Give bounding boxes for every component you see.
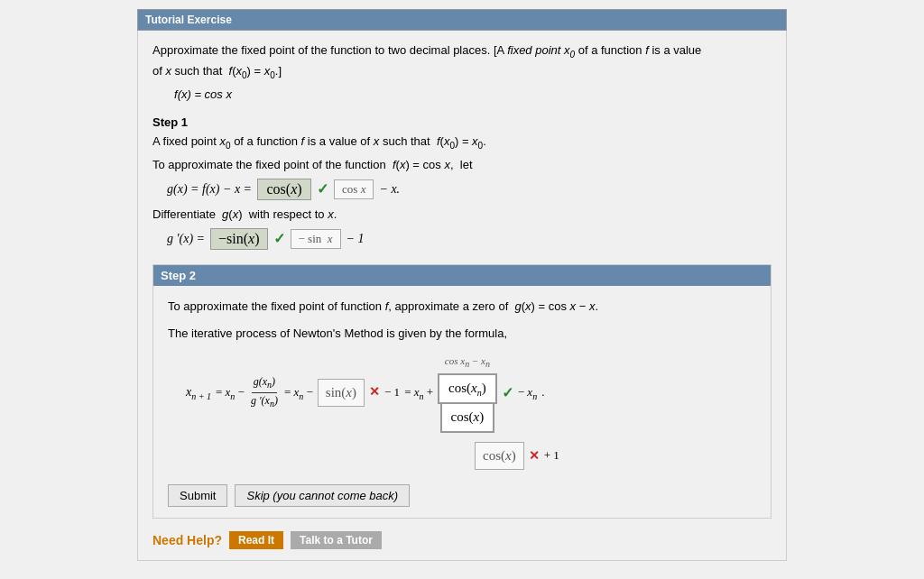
read-it-button[interactable]: Read It: [229, 531, 283, 549]
step2-para2: The iterative process of Newton's Method…: [168, 324, 756, 344]
newton-minus1: − 1: [384, 382, 400, 402]
function-display: f(x) = cos x: [174, 87, 772, 101]
eq1: = xn −: [216, 382, 245, 404]
step1-area: Step 1 A fixed point x0 of a function f …: [152, 115, 772, 264]
step2-para1: To approximate the fixed point of functi…: [168, 297, 756, 317]
newton-stacked-fraction: cos xn − xn cos(xn) cos(x): [438, 353, 497, 433]
step1-para1: A fixed point x0 of a function f is a va…: [152, 134, 772, 151]
tutorial-header: Tutorial Exercise: [137, 9, 787, 31]
step2-header: Step 2: [153, 265, 771, 286]
sin-hint-box: − sin x: [291, 229, 341, 249]
x0-intro: x0: [564, 43, 575, 57]
newton-check: ✓: [502, 381, 513, 405]
gpx-label: g ′(x) =: [167, 232, 205, 246]
buttons-area: Submit Skip (you cannot come back): [168, 484, 756, 507]
newton-second-line: cos(x) ✕ + 1: [475, 442, 756, 471]
minus-x: − x.: [379, 182, 400, 197]
newton-formula-line: xn + 1 = xn − g(xn) g ′(xn) = xn − sin(x…: [186, 353, 756, 433]
step1-diff-para: Differentiate g(x) with respect to x.: [152, 207, 772, 221]
step2-box: Step 2 To approximate the fixed point of…: [152, 264, 772, 519]
step1-gx-line: g(x) = f(x) − x = cos(x) ✓ cos x − x.: [167, 179, 772, 200]
newton-plus1: + 1: [544, 446, 559, 465]
newton-den-cross: ✕: [529, 446, 540, 467]
step2-label: Step 2: [161, 269, 196, 282]
cos-hint-box: cos x: [334, 179, 374, 199]
cos-xn-box: cos(xn): [438, 373, 497, 404]
newton-dot: .: [541, 382, 544, 402]
newton-sin-cross: ✕: [369, 381, 380, 403]
gxn-fraction: g(xn) g ′(xn): [249, 375, 280, 409]
skip-button[interactable]: Skip (you cannot come back): [235, 484, 410, 507]
step1-para2: To approximate the fixed point of the fu…: [152, 158, 772, 171]
cos-answer-box: cos(x): [257, 179, 311, 200]
newton-fraction-boxes: cos(xn) cos(x): [438, 373, 497, 433]
newton-num-hint: cos xn − xn: [445, 353, 490, 372]
step2-content: To approximate the fixed point of functi…: [153, 286, 771, 518]
xn1-label: xn + 1: [186, 381, 211, 404]
eq3: = xn +: [404, 382, 433, 404]
minus1-label: − 1: [346, 232, 365, 246]
step1-gpx-line: g ′(x) = −sin(x) ✓ − sin x − 1: [167, 228, 772, 250]
need-help-section: Need Help? Read It Talk to a Tutor: [152, 531, 772, 549]
step1-cos-check: ✓: [317, 180, 328, 198]
step1-sin-check: ✓: [273, 230, 285, 247]
gx-label: g(x) = f(x) − x =: [167, 182, 252, 197]
submit-button[interactable]: Submit: [168, 484, 227, 507]
newton-den-box: cos(x): [475, 442, 524, 471]
newton-sin-box: sin(x): [318, 379, 365, 408]
step1-label: Step 1: [152, 115, 772, 129]
intro-paragraph: Approximate the fixed point of the funct…: [152, 41, 772, 82]
need-help-label: Need Help?: [152, 533, 222, 547]
cos-x-box: cos(x): [440, 404, 495, 433]
fixed-point-italic: fixed point: [507, 43, 560, 57]
tutorial-header-label: Tutorial Exercise: [145, 14, 232, 26]
sin-answer-box: −sin(x): [210, 228, 267, 250]
eq2: = xn −: [284, 382, 313, 404]
newton-minus-xn: − xn: [518, 382, 537, 404]
f-intro: f: [645, 43, 649, 57]
talk-tutor-button[interactable]: Talk to a Tutor: [291, 531, 382, 549]
